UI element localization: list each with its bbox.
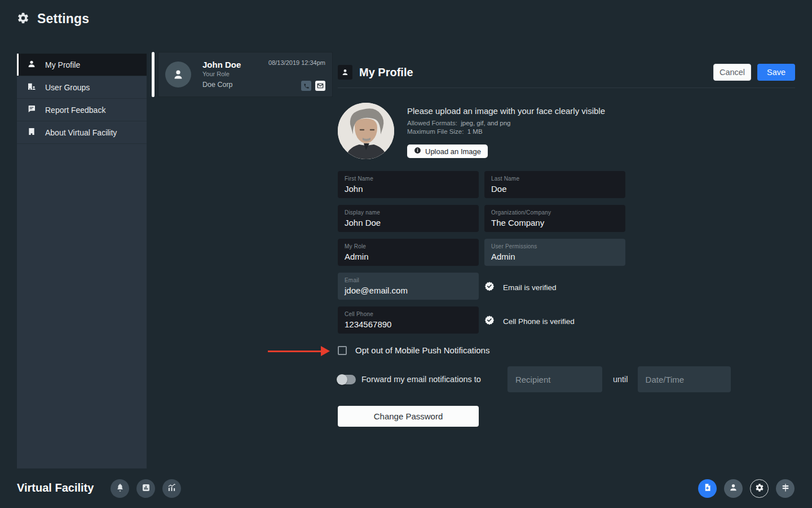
first-name-field[interactable]: First Name John bbox=[338, 171, 479, 198]
email-field[interactable]: Email jdoe@email.com bbox=[338, 273, 479, 300]
card-user-company: Doe Corp bbox=[202, 80, 268, 90]
change-password-button[interactable]: Change Password bbox=[338, 406, 479, 427]
phone-verified-badge: Cell Phone is verified bbox=[484, 315, 575, 327]
datetime-input[interactable] bbox=[638, 366, 731, 392]
stats-icon bbox=[167, 483, 176, 494]
stats-button[interactable] bbox=[162, 479, 181, 498]
directions-button[interactable] bbox=[776, 479, 795, 498]
save-button[interactable]: Save bbox=[757, 64, 795, 81]
cancel-button[interactable]: Cancel bbox=[713, 64, 751, 81]
last-name-field[interactable]: Last Name Doe bbox=[484, 171, 625, 198]
opt-out-checkbox[interactable] bbox=[338, 346, 347, 355]
signpost-icon bbox=[781, 483, 790, 494]
settings-gear-icon bbox=[17, 12, 29, 27]
opt-out-row: Opt out of Mobile Push Notifications bbox=[338, 345, 489, 355]
upload-instruction-text: Please upload an image with your face cl… bbox=[407, 106, 689, 116]
sidebar-item-label: My Profile bbox=[45, 60, 80, 69]
cell-phone-field[interactable]: Cell Phone 1234567890 bbox=[338, 306, 479, 334]
gear-icon bbox=[755, 483, 764, 494]
my-role-field[interactable]: My Role Admin bbox=[338, 239, 479, 266]
page-title: Settings bbox=[37, 11, 89, 27]
bar-chart-icon bbox=[142, 483, 151, 494]
add-document-button[interactable] bbox=[698, 479, 717, 498]
person-icon bbox=[729, 483, 738, 494]
reports-button[interactable] bbox=[136, 479, 155, 498]
profile-button[interactable] bbox=[724, 479, 743, 498]
email-verified-badge: Email is verified bbox=[484, 281, 557, 294]
user-permissions-field: User Permissions Admin bbox=[484, 239, 625, 266]
brand-name: Virtual Facility bbox=[17, 481, 94, 494]
allowed-formats: Allowed Formats: jpeg, gif, and png bbox=[407, 120, 689, 126]
verified-seal-icon bbox=[484, 281, 495, 294]
card-timestamp: 08/13/2019 12:34pm bbox=[268, 59, 325, 66]
section-title: My Profile bbox=[359, 66, 413, 79]
info-icon bbox=[414, 147, 421, 156]
profile-photo[interactable] bbox=[338, 103, 394, 159]
forward-toggle[interactable] bbox=[338, 375, 356, 384]
user-icon bbox=[27, 59, 36, 70]
annotation-arrowhead bbox=[321, 346, 330, 356]
building-user-icon bbox=[27, 82, 36, 93]
settings-sidebar: My Profile User Groups Report Feedback A… bbox=[17, 54, 147, 468]
max-file-size: Maximum File Size: 1 MB bbox=[407, 128, 689, 135]
phone-icon[interactable] bbox=[301, 81, 311, 91]
verified-seal-icon bbox=[484, 315, 495, 327]
sidebar-item-my-profile[interactable]: My Profile bbox=[17, 54, 147, 76]
envelope-icon[interactable] bbox=[315, 81, 325, 91]
bell-icon bbox=[116, 483, 125, 494]
display-name-field[interactable]: Display name John Doe bbox=[338, 205, 479, 232]
notifications-button[interactable] bbox=[111, 479, 129, 498]
sidebar-item-label: About Virtual Facility bbox=[45, 128, 117, 137]
app-header: Settings bbox=[17, 11, 89, 27]
sidebar-item-report-feedback[interactable]: Report Feedback bbox=[17, 99, 147, 121]
forward-label: Forward my email notifications to bbox=[361, 375, 481, 384]
profile-summary-card[interactable]: John Doe Your Role Doe Corp 08/13/2019 1… bbox=[158, 52, 333, 97]
forward-notifications-row: Forward my email notifications to until bbox=[338, 366, 795, 392]
annotation-arrow bbox=[268, 351, 323, 352]
avatar-placeholder-icon bbox=[165, 62, 191, 87]
recipient-input[interactable] bbox=[508, 366, 602, 392]
card-list-scrollbar[interactable] bbox=[152, 52, 155, 97]
profile-section-icon bbox=[338, 65, 352, 80]
toggle-knob bbox=[337, 374, 347, 385]
opt-out-label: Opt out of Mobile Push Notifications bbox=[355, 345, 489, 355]
card-user-name: John Doe bbox=[202, 60, 268, 70]
main-header: My Profile Cancel Save bbox=[338, 62, 795, 82]
sidebar-item-user-groups[interactable]: User Groups bbox=[17, 76, 147, 99]
file-add-icon bbox=[703, 483, 712, 494]
header-divider bbox=[338, 87, 795, 88]
upload-instructions: Please upload an image with your face cl… bbox=[407, 106, 689, 158]
sidebar-item-label: Report Feedback bbox=[45, 106, 105, 115]
upload-image-button[interactable]: Upload an Image bbox=[407, 144, 488, 158]
building-icon bbox=[27, 127, 36, 138]
sidebar-item-label: User Groups bbox=[45, 83, 90, 92]
settings-button[interactable] bbox=[750, 479, 769, 498]
sidebar-item-about-virtual-facility[interactable]: About Virtual Facility bbox=[17, 121, 147, 144]
until-label: until bbox=[613, 375, 628, 384]
comment-icon bbox=[27, 104, 36, 115]
card-user-role: Your Role bbox=[202, 70, 268, 78]
organization-field[interactable]: Organization/Company The Company bbox=[484, 205, 625, 232]
profile-card-text: John Doe Your Role Doe Corp bbox=[202, 60, 268, 90]
